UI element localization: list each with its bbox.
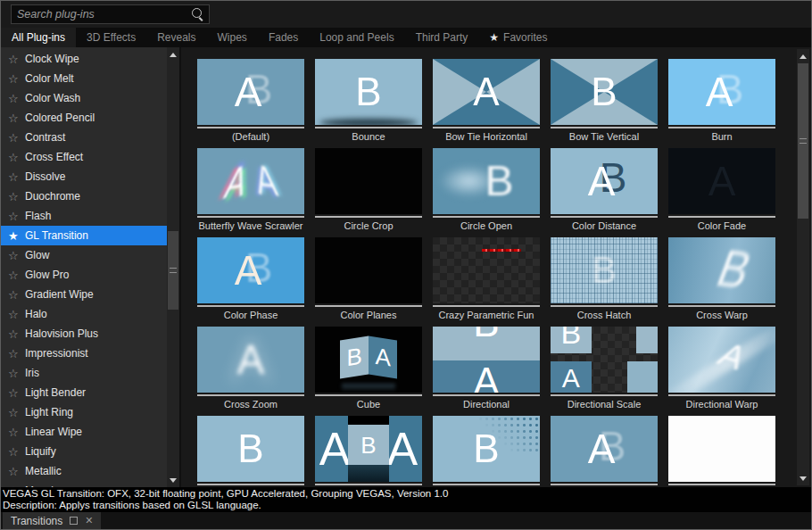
sidebar-item-liquify[interactable]: ☆Liquify [1,442,167,461]
tab-loop-and-peels[interactable]: Loop and Peels [309,28,404,47]
transition-label: Butterfly Wave Scrawler [197,219,304,232]
star-outline-icon[interactable]: ☆ [8,327,23,341]
star-outline-icon[interactable]: ☆ [8,347,23,360]
scrollbar-thumb[interactable] [168,231,178,310]
transition-item-bow-tie-horizontal[interactable]: ABow Tie Horizontal [433,59,540,143]
star-outline-icon[interactable]: ☆ [8,53,23,66]
sidebar-item-glow[interactable]: ☆Glow [1,245,167,265]
transitions-dock-tab[interactable]: Transitions ✕ [3,512,101,529]
transition-item-color-distance[interactable]: BAColor Distance [551,148,658,232]
star-outline-icon[interactable]: ☆ [8,386,23,400]
sidebar-item-light-bender[interactable]: ☆Light Bender [1,383,167,402]
star-outline-icon[interactable]: ☆ [8,151,23,164]
sidebar-item-linear-wipe[interactable]: ☆Linear Wipe [1,422,167,442]
sidebar-item-clock-wipe[interactable]: ☆Clock Wipe [1,49,167,69]
sidebar-scrollbar[interactable] [167,47,179,487]
sidebar-item-color-melt[interactable]: ☆Color Melt [1,69,167,88]
sidebar-item-colored-pencil[interactable]: ☆Colored Pencil [1,108,167,128]
close-icon[interactable]: ✕ [85,516,93,526]
transition-item-cross-warp[interactable]: BCross Warp [668,237,775,321]
transition-item-butterfly-wave-scrawler[interactable]: AAButterfly Wave Scrawler [197,148,304,232]
star-outline-icon[interactable]: ☆ [8,190,23,203]
sidebar-item-mosaic[interactable]: ☆Mosaic [1,481,167,487]
thumb-letter: A [473,362,499,393]
transition-item[interactable]: B [433,416,540,487]
thumbnail-underline [551,484,658,485]
star-outline-icon[interactable]: ☆ [8,445,23,459]
star-outline-icon[interactable]: ☆ [8,367,23,380]
transition-item-directional-warp[interactable]: ADirectional Warp [668,327,775,410]
star-outline-icon[interactable]: ☆ [8,72,23,86]
sidebar-item-color-wash[interactable]: ☆Color Wash [1,88,167,108]
star-outline-icon[interactable]: ☆ [8,465,23,478]
sidebar-item-halovision-plus[interactable]: ☆Halovision Plus [1,324,167,344]
sidebar-item-gl-transition[interactable]: ★GL Transition [1,226,167,245]
scroll-down-button[interactable] [167,475,179,485]
float-window-icon[interactable] [70,517,78,525]
thumb-letter: A [369,335,397,378]
transition-item-bounce[interactable]: BBounce [315,59,422,143]
transition-item-circle-open[interactable]: BCircle Open [433,148,540,232]
star-outline-icon[interactable]: ☆ [8,288,23,302]
star-outline-icon[interactable]: ☆ [8,112,23,125]
sidebar-item-label: Iris [23,367,39,379]
search-input[interactable] [12,5,190,23]
scroll-down-button[interactable] [797,473,809,484]
star-outline-icon[interactable]: ☆ [8,131,23,145]
scrollbar-thumb[interactable] [798,63,808,219]
transition-item-color-phase[interactable]: BAColor Phase [197,237,304,321]
star-outline-icon[interactable]: ☆ [8,92,23,105]
favorites-star-icon: ★ [489,31,499,44]
star-outline-icon[interactable]: ☆ [8,426,23,439]
sidebar-item-impressionist[interactable]: ☆Impressionist [1,344,167,363]
transition-item-cube[interactable]: BACube [315,327,422,410]
star-outline-icon[interactable]: ☆ [8,170,23,184]
transition-item[interactable]: BA [551,416,658,487]
search-icon[interactable] [190,7,204,21]
transition-item[interactable]: AAB [315,416,422,487]
transition-item-cross-hatch[interactable]: BCross Hatch [551,237,658,321]
search-box[interactable] [11,4,210,24]
transition-item-bow-tie-vertical[interactable]: BBow Tie Vertical [551,59,658,143]
sidebar-item-halo[interactable]: ☆Halo [1,304,167,324]
tab-third-party[interactable]: Third Party [405,28,479,47]
transition-item-crazy-parametric-fun[interactable]: Crazy Parametric Fun [433,237,540,321]
transition-item-color-planes[interactable]: Color Planes [315,237,422,321]
sidebar-item-metallic[interactable]: ☆Metallic [1,461,167,481]
sidebar-item-iris[interactable]: ☆Iris [1,363,167,383]
star-outline-icon[interactable]: ☆ [8,210,23,223]
sidebar-item-duochrome[interactable]: ☆Duochrome [1,186,167,206]
tab-wipes[interactable]: Wipes [207,28,258,47]
scroll-up-button[interactable] [167,49,179,60]
grid-scrollbar[interactable] [797,49,809,485]
transition-item[interactable]: B [197,416,304,487]
tab-reveals[interactable]: Reveals [146,28,206,47]
transition-item-default[interactable]: BA(Default) [197,59,304,143]
star-outline-icon[interactable]: ☆ [8,308,23,321]
sidebar-item-dissolve[interactable]: ☆Dissolve [1,167,167,186]
tab-favorites[interactable]: ★Favorites [478,28,558,47]
transition-item-directional[interactable]: BADirectional [433,327,540,410]
transition-item-directional-scale[interactable]: BADirectional Scale [551,327,658,410]
transition-item[interactable] [668,416,775,487]
sidebar-item-glow-pro[interactable]: ☆Glow Pro [1,265,167,285]
sidebar-item-contrast[interactable]: ☆Contrast [1,128,167,147]
sidebar-item-gradient-wipe[interactable]: ☆Gradient Wipe [1,285,167,304]
star-outline-icon[interactable]: ☆ [8,406,23,419]
sidebar-item-cross-effect[interactable]: ☆Cross Effect [1,147,167,167]
star-outline-icon[interactable]: ☆ [8,249,23,262]
thumb-letter: B [340,335,369,378]
tab-3d-effects[interactable]: 3D Effects [76,28,146,47]
thumb-letter: A [235,71,262,112]
sidebar-item-light-ring[interactable]: ☆Light Ring [1,402,167,422]
transition-item-cross-zoom[interactable]: AACross Zoom [197,327,304,410]
transition-item-burn[interactable]: BABurn [668,59,775,143]
sidebar-item-flash[interactable]: ☆Flash [1,206,167,226]
transition-item-color-fade[interactable]: AColor Fade [668,148,775,232]
transition-item-circle-crop[interactable]: Circle Crop [315,148,422,232]
tab-all-plug-ins[interactable]: All Plug-ins [1,28,76,47]
star-outline-icon[interactable]: ☆ [8,269,23,282]
tab-fades[interactable]: Fades [258,28,309,47]
scroll-up-button[interactable] [797,51,809,62]
star-filled-icon[interactable]: ★ [8,229,23,243]
